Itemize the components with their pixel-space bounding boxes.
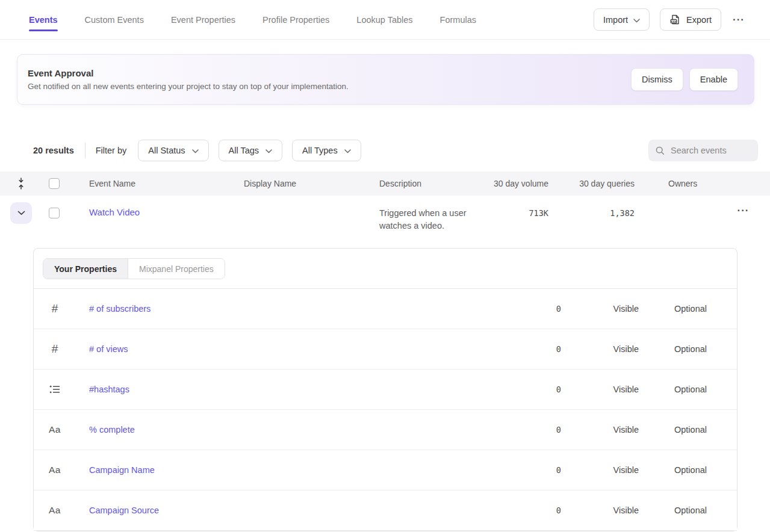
property-name-link[interactable]: #hashtags — [89, 385, 129, 394]
property-visibility: Visible — [561, 385, 647, 394]
events-table-header: Event Name Display Name Description 30 d… — [0, 172, 770, 196]
event-row-watch-video: Watch Video Triggered when a user watche… — [0, 196, 770, 248]
column-display-name: Display Name — [238, 179, 373, 188]
search-events-box[interactable] — [648, 140, 758, 161]
tab-mixpanel-properties[interactable]: Mixpanel Properties — [128, 259, 225, 279]
property-requirement: Optional — [647, 506, 737, 515]
collapse-all-icon[interactable] — [0, 177, 42, 190]
property-name-link[interactable]: Campaign Name — [89, 465, 155, 475]
filter-all-types-label: All Types — [302, 146, 338, 155]
search-events-input[interactable] — [671, 146, 749, 155]
property-row: Aa Campaign Source 0 Visible Optional — [34, 490, 737, 531]
tab-event-properties[interactable]: Event Properties — [171, 0, 235, 39]
property-visibility: Visible — [561, 425, 647, 435]
toolbar-divider — [85, 143, 85, 158]
property-row: #hashtags 0 Visible Optional — [34, 370, 737, 410]
more-options-icon[interactable]: ··· — [731, 11, 746, 28]
chevron-down-icon — [192, 146, 199, 155]
lexicon-events-page: Events Custom Events Event Properties Pr… — [0, 0, 770, 532]
chevron-down-icon — [17, 211, 25, 215]
filter-all-types[interactable]: All Types — [292, 140, 361, 161]
property-visibility: Visible — [561, 465, 647, 475]
property-row: # # of subscribers 0 Visible Optional — [34, 289, 737, 329]
csv-file-icon: csv — [669, 14, 681, 25]
chevron-down-icon — [265, 146, 272, 155]
property-requirement: Optional — [647, 344, 737, 354]
number-type-icon: # — [52, 302, 58, 315]
collapse-row-button[interactable] — [10, 202, 32, 224]
text-type-icon: Aa — [49, 424, 61, 435]
row-actions-icon[interactable]: ··· — [736, 202, 751, 218]
property-volume: 0 — [525, 506, 561, 515]
tab-events[interactable]: Events — [29, 0, 58, 39]
filter-all-tags-label: All Tags — [229, 146, 259, 155]
property-row: Aa % complete 0 Visible Optional — [34, 410, 737, 450]
filters-toolbar: 20 results Filter by All Status All Tags… — [0, 140, 770, 161]
chevron-down-icon — [633, 15, 640, 25]
property-name-link[interactable]: # of subscribers — [89, 304, 151, 314]
property-requirement: Optional — [647, 465, 737, 475]
event-approval-banner: Event Approval Get notified on all new e… — [17, 54, 754, 105]
chevron-down-icon — [344, 146, 351, 155]
nav-actions: Import csv Export ··· — [594, 0, 746, 39]
property-name-link[interactable]: Campaign Source — [89, 506, 159, 515]
properties-tab-group: Your Properties Mixpanel Properties — [43, 258, 225, 279]
property-visibility: Visible — [561, 506, 647, 515]
property-visibility: Visible — [561, 304, 647, 314]
property-visibility: Visible — [561, 344, 647, 354]
property-requirement: Optional — [647, 425, 737, 435]
banner-title: Event Approval — [28, 68, 349, 78]
property-volume: 0 — [525, 304, 561, 314]
property-name-link[interactable]: # of views — [89, 344, 128, 354]
nav-tabs: Events Custom Events Event Properties Pr… — [29, 0, 476, 39]
tab-your-properties[interactable]: Your Properties — [43, 259, 128, 279]
text-type-icon: Aa — [49, 465, 61, 475]
properties-panel-header: Your Properties Mixpanel Properties — [34, 249, 737, 289]
property-name-link[interactable]: % complete — [89, 425, 135, 435]
select-all-checkbox[interactable] — [49, 178, 60, 189]
filter-all-tags[interactable]: All Tags — [219, 140, 283, 161]
banner-text: Event Approval Get notified on all new e… — [28, 68, 349, 91]
event-name-link[interactable]: Watch Video — [89, 196, 140, 217]
text-type-icon: Aa — [49, 505, 61, 516]
results-count: 20 results — [33, 146, 74, 155]
property-volume: 0 — [525, 344, 561, 354]
svg-text:csv: csv — [671, 20, 676, 23]
row-checkbox[interactable] — [49, 208, 60, 218]
dismiss-button[interactable]: Dismiss — [631, 68, 683, 91]
top-navigation: Events Custom Events Event Properties Pr… — [0, 0, 770, 40]
column-30-day-volume: 30 day volume — [482, 179, 554, 188]
property-requirement: Optional — [647, 304, 737, 314]
export-button-label: Export — [686, 15, 712, 25]
import-button-label: Import — [603, 15, 628, 25]
column-30-day-queries: 30 day queries — [554, 179, 637, 188]
number-type-icon: # — [52, 342, 58, 356]
filter-by-label: Filter by — [96, 146, 127, 155]
banner-actions: Dismiss Enable — [631, 68, 738, 91]
filter-all-status[interactable]: All Status — [138, 140, 208, 161]
search-icon — [655, 146, 665, 156]
column-description: Description — [373, 179, 482, 188]
event-30-day-volume: 713K — [482, 196, 554, 218]
property-volume: 0 — [525, 385, 561, 394]
event-30-day-queries: 1,382 — [554, 196, 637, 218]
tab-lookup-tables[interactable]: Lookup Tables — [356, 0, 412, 39]
column-owners: Owners — [637, 179, 716, 188]
property-row: # # of views 0 Visible Optional — [34, 329, 737, 370]
tab-formulas[interactable]: Formulas — [440, 0, 476, 39]
property-requirement: Optional — [647, 385, 737, 394]
enable-button[interactable]: Enable — [689, 68, 738, 91]
event-description: Triggered when a user watches a video. — [379, 196, 482, 232]
filter-all-status-label: All Status — [148, 146, 185, 155]
banner-description: Get notified on all new events entering … — [28, 82, 349, 91]
properties-panel: Your Properties Mixpanel Properties # # … — [33, 248, 737, 531]
column-event-name: Event Name — [78, 179, 238, 188]
tab-custom-events[interactable]: Custom Events — [85, 0, 144, 39]
import-button[interactable]: Import — [594, 8, 650, 31]
export-button[interactable]: csv Export — [660, 8, 721, 31]
property-row: Aa Campaign Name 0 Visible Optional — [34, 450, 737, 490]
property-volume: 0 — [525, 465, 561, 475]
tab-profile-properties[interactable]: Profile Properties — [262, 0, 329, 39]
list-type-icon — [49, 385, 60, 394]
property-volume: 0 — [525, 425, 561, 435]
